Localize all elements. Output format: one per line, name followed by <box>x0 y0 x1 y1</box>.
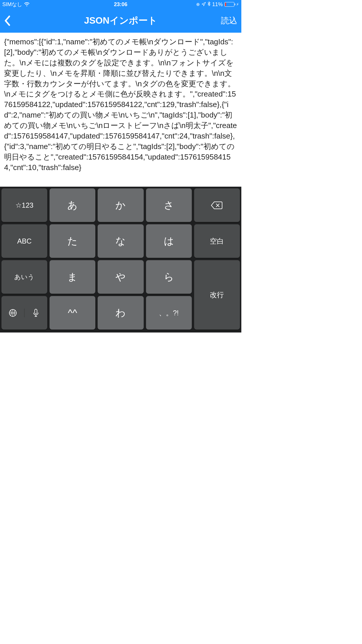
back-button[interactable] <box>4 13 19 28</box>
key-a[interactable]: あ <box>50 188 95 222</box>
key-na[interactable]: な <box>98 224 143 258</box>
status-time: 23:06 <box>114 1 127 8</box>
key-mode-numsym[interactable]: ☆123 <box>1 188 47 222</box>
orientation-lock-icon: ⊕ <box>196 2 200 7</box>
import-button[interactable]: 読込 <box>221 15 237 26</box>
key-ma[interactable]: ま <box>50 260 95 294</box>
key-ya[interactable]: や <box>98 260 143 294</box>
json-input[interactable]: {"memos":[{"id":1,"name":"初めてのメモ帳\nダウンロー… <box>4 37 237 187</box>
key-mic[interactable] <box>24 309 47 317</box>
key-punct[interactable]: 、。?! <box>146 296 192 330</box>
key-komoji[interactable]: ^^ <box>50 296 95 330</box>
bluetooth-icon <box>208 1 210 8</box>
status-bar: SIMなし 23:06 ⊕ 11% ⚡︎ <box>0 0 241 9</box>
key-return[interactable]: 改行 <box>194 260 240 330</box>
key-mode-kana[interactable]: あいう <box>1 260 47 294</box>
key-globe[interactable] <box>1 309 24 317</box>
key-space[interactable]: 空白 <box>194 224 240 258</box>
key-ta[interactable]: た <box>50 224 95 258</box>
key-ka[interactable]: か <box>98 188 143 222</box>
key-backspace[interactable] <box>194 188 240 222</box>
sim-status: SIMなし <box>2 1 22 8</box>
nav-bar: JSONインポート 読込 <box>0 9 241 33</box>
key-mode-abc[interactable]: ABC <box>1 224 47 258</box>
key-wa[interactable]: わ <box>98 296 143 330</box>
key-globe-mic-row <box>1 296 47 330</box>
key-ra[interactable]: ら <box>146 260 192 294</box>
key-sa[interactable]: さ <box>146 188 192 222</box>
svg-rect-1 <box>35 309 37 314</box>
battery-percent: 11% <box>212 1 223 8</box>
battery-icon <box>224 2 234 7</box>
keyboard: ☆123 あ か さ ABC た な は 空白 あいう ま や ら 改行 ^^ … <box>0 187 241 332</box>
page-title: JSONインポート <box>0 14 241 27</box>
charging-icon: ⚡︎ <box>236 2 239 7</box>
key-ha[interactable]: は <box>146 224 192 258</box>
wifi-icon <box>24 2 30 7</box>
content-area: {"memos":[{"id":1,"name":"初めてのメモ帳\nダウンロー… <box>0 33 241 187</box>
location-icon <box>202 1 206 8</box>
